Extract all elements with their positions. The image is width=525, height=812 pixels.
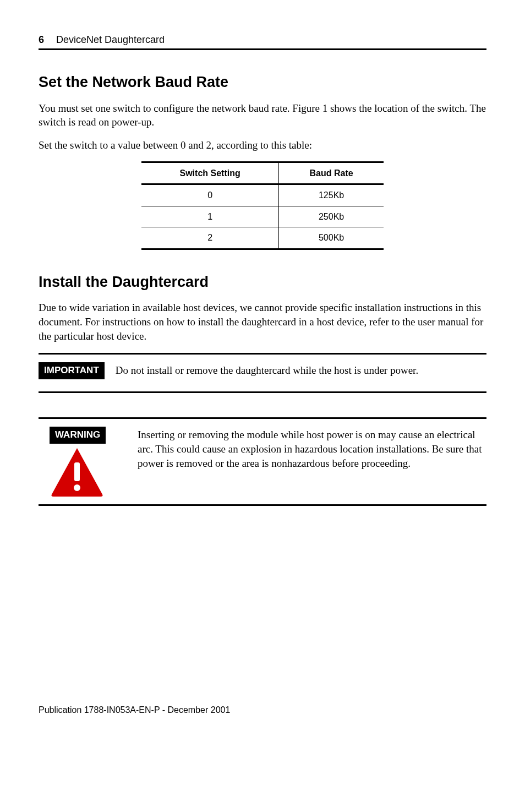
header-title: DeviceNet Daughtercard <box>56 33 165 46</box>
warning-triangle-icon <box>50 447 105 497</box>
install-paragraph-1: Due to wide variation in available host … <box>39 301 486 343</box>
warning-left-column: WARNING <box>50 427 127 497</box>
warning-label: WARNING <box>50 427 106 444</box>
baud-paragraph-2: Set the switch to a value between 0 and … <box>39 138 486 152</box>
important-label: IMPORTANT <box>39 362 105 379</box>
cell-setting: 0 <box>141 184 279 206</box>
section-heading-baud: Set the Network Baud Rate <box>39 72 486 92</box>
svg-point-1 <box>74 484 80 491</box>
table-row: 0 125Kb <box>141 184 384 206</box>
cell-rate: 500Kb <box>279 227 384 249</box>
publication-footer: Publication 1788-IN053A-EN-P - December … <box>39 704 486 716</box>
cell-rate: 125Kb <box>279 184 384 206</box>
cell-setting: 1 <box>141 206 279 227</box>
important-callout: IMPORTANT Do not install or remove the d… <box>39 353 486 393</box>
cell-rate: 250Kb <box>279 206 384 227</box>
warning-callout: WARNING Inserting or removing the module… <box>39 417 486 506</box>
warning-text: Inserting or removing the module while h… <box>138 428 486 470</box>
baud-paragraph-1: You must set one switch to configure the… <box>39 101 486 129</box>
baud-rate-table: Switch Setting Baud Rate 0 125Kb 1 250Kb… <box>141 161 384 250</box>
svg-rect-0 <box>74 462 80 481</box>
page-header: 6 DeviceNet Daughtercard <box>39 33 486 50</box>
important-text: Do not install or remove the daughtercar… <box>116 363 418 378</box>
page-number: 6 <box>39 33 44 46</box>
table-header-switch: Switch Setting <box>141 162 279 184</box>
table-row: 1 250Kb <box>141 206 384 227</box>
table-row: 2 500Kb <box>141 227 384 249</box>
table-header-rate: Baud Rate <box>279 162 384 184</box>
section-heading-install: Install the Daughtercard <box>39 272 486 292</box>
cell-setting: 2 <box>141 227 279 249</box>
